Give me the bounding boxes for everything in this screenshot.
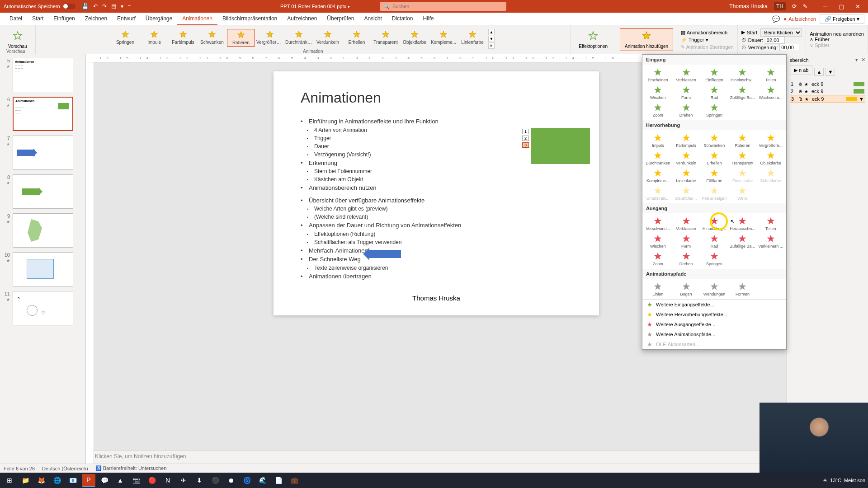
thumb-8[interactable]: 8★ (2, 174, 84, 209)
menu-tab-zeichnen[interactable]: Zeichnen (80, 13, 112, 25)
app8-icon[interactable]: 💼 (288, 474, 301, 487)
anim-effect-einfliegen[interactable]: Einfliegen (700, 66, 728, 84)
gallery-impuls[interactable]: Impuls (140, 29, 168, 46)
onenote-icon[interactable]: N (161, 474, 175, 487)
maximize-icon[interactable]: ▢ (835, 3, 848, 10)
share-button[interactable]: 🔗 Freigeben ▾ (820, 14, 864, 24)
delay-control[interactable]: ⏲ Verzögerung: (741, 44, 799, 51)
anim-effect-linienfarbe[interactable]: Linienfarbe (672, 167, 700, 184)
gallery-schwanken[interactable]: Schwanken (198, 29, 226, 46)
gallery-up-icon[interactable]: ▲ (488, 29, 495, 35)
thumb-10[interactable]: 10★ (2, 252, 84, 286)
preview-button[interactable]: Vorschau (4, 29, 32, 51)
search-input[interactable] (392, 4, 503, 9)
firefox-icon[interactable]: 🦊 (34, 474, 48, 487)
anim-effect-durchtränken[interactable]: Durchtränken (644, 149, 672, 167)
user-badge[interactable]: TH (774, 2, 786, 10)
save-icon[interactable]: 💾 (82, 3, 89, 9)
effect-options-button[interactable]: Effektoptionen (574, 29, 612, 51)
anim-effect-wachsen u[interactable]: Wachsen u... (757, 84, 785, 101)
close-icon[interactable]: ✕ (851, 3, 864, 10)
add-animation-button[interactable]: Animation hinzufügen (620, 28, 673, 51)
gallery-linienfarbe[interactable]: Linienfarbe (458, 29, 486, 46)
anim-pane-close-icon[interactable]: ✕ (861, 57, 865, 62)
duration-control[interactable]: ⏱ Dauer: (741, 37, 785, 44)
anim-effect-drehen[interactable]: Drehen (672, 101, 700, 119)
anim-footer-weitere-ausgangseffekte[interactable]: Weitere Ausgangseffekte... (642, 319, 786, 329)
anim-effect-schwanken[interactable]: Schwanken (700, 131, 728, 149)
autosave-toggle[interactable]: Automatisches Speichern (4, 4, 75, 9)
anim-effect-verschwind[interactable]: Verschwind... (644, 215, 672, 232)
anim-effect-vergrößern[interactable]: Vergrößern... (757, 131, 785, 149)
anim-effect-zufällige ba[interactable]: Zufällige Ba... (728, 84, 756, 101)
chrome-icon[interactable]: 🌐 (50, 474, 64, 487)
anim-effect-verkleinern [interactable]: Verkleinern ... (757, 232, 785, 250)
search-box[interactable]: 🔍 (380, 2, 506, 11)
menu-tab-hilfe[interactable]: Hilfe (418, 13, 439, 25)
anim-effect-formen[interactable]: Formen (728, 280, 756, 298)
notes-area[interactable]: Klicken Sie, um Notizen hinzuzufügen (86, 450, 787, 464)
anim-tag-2[interactable]: 2 (522, 136, 529, 141)
thumb-6[interactable]: 6★Animationen— — —— — —— —— — (2, 97, 84, 131)
anim-pane-item-1[interactable]: 1🖱★eck 9 (790, 80, 865, 88)
earlier-button[interactable]: ∧ Früher (810, 37, 829, 42)
anim-effect-verblassen[interactable]: Verblassen (672, 66, 700, 84)
dropdown-icon[interactable]: ▾ (121, 3, 123, 9)
anim-effect-erscheinen[interactable]: Erscheinen (644, 66, 672, 84)
green-rectangle[interactable] (531, 128, 590, 164)
later-button[interactable]: ∨ Später (810, 42, 829, 48)
language-indicator[interactable]: Deutsch (Österreich) (42, 466, 88, 471)
anim-effect-wendungen[interactable]: Wendungen (700, 280, 728, 298)
menu-tab-dictation[interactable]: Dictation (387, 13, 418, 25)
anim-effect-füllfarbe[interactable]: Füllfarbe (700, 167, 728, 184)
gallery-down-icon[interactable]: ▼ (488, 36, 495, 42)
anim-effect-verblassen[interactable]: Verblassen (672, 215, 700, 232)
blue-arrow[interactable] (368, 250, 401, 258)
present-icon[interactable]: ▤ (111, 3, 116, 9)
anim-effect-wischen[interactable]: Wischen (644, 84, 672, 101)
app5-icon[interactable]: ⏺ (224, 474, 238, 487)
app7-icon[interactable]: 📄 (272, 474, 285, 487)
menu-tab-übergänge[interactable]: Übergänge (141, 13, 177, 25)
anim-effect-form[interactable]: Form (672, 232, 700, 250)
anim-effect-teilen[interactable]: Teilen (757, 215, 785, 232)
filename[interactable]: PPT 01 Roter Faden 004.pptx ▾ (280, 3, 350, 9)
gallery-farbimpuls[interactable]: Farbimpuls (169, 29, 197, 46)
gallery-objektfarbe[interactable]: Objektfarbe (401, 29, 429, 46)
menu-tab-animationen[interactable]: Animationen (177, 13, 217, 25)
app2-icon[interactable]: 📷 (129, 474, 143, 487)
anim-tag-3[interactable]: 3 (522, 142, 529, 148)
app4-icon[interactable]: ⬇ (193, 474, 206, 487)
gallery-erhellen[interactable]: Erhellen (343, 29, 371, 46)
slide-canvas[interactable]: Animationen Einführung in Animationseffe… (274, 71, 599, 315)
anim-effect-kompleme[interactable]: Kompleme... (644, 167, 672, 184)
anim-pane-dropdown-icon[interactable]: ▾ (855, 57, 858, 62)
gallery-kompleme...[interactable]: Kompleme... (429, 29, 458, 46)
anim-effect-verdunkeln[interactable]: Verdunkeln (672, 149, 700, 167)
edge-icon[interactable]: 🌊 (256, 474, 269, 487)
thumb-7[interactable]: 7★ (2, 136, 84, 170)
anim-effect-rad[interactable]: Rad (700, 84, 728, 101)
thumb-11[interactable]: 11★5♡ (2, 291, 84, 325)
anim-painter-button[interactable]: ✎ Animation übertragen (681, 44, 734, 50)
menu-tab-überprüfen[interactable]: Überprüfen (322, 13, 359, 25)
anim-effect-springen[interactable]: Springen (700, 101, 728, 119)
gallery-more-icon[interactable]: ⊽ (488, 42, 495, 49)
slide-title[interactable]: Animationen (301, 89, 572, 106)
anim-tag-1[interactable]: 1 (522, 129, 529, 134)
anim-effect-farbimpuls[interactable]: Farbimpuls (672, 131, 700, 149)
draw-icon[interactable]: ✎ (803, 3, 807, 9)
gallery-verdunkeln[interactable]: Verdunkeln (314, 29, 342, 46)
minimize-icon[interactable]: ─ (818, 3, 832, 10)
anim-footer-weitere-hervorhebungseffekte[interactable]: Weitere Hervorhebungseffekte... (642, 310, 786, 319)
start-button[interactable]: ⊞ (3, 474, 16, 487)
trigger-button[interactable]: ⚡ Trigger ▾ (681, 37, 708, 43)
anim-effect-rad[interactable]: Rad (700, 232, 728, 250)
telegram-icon[interactable]: ✈ (177, 474, 190, 487)
start-control[interactable]: ▶ Start: Beim Klicken (741, 28, 802, 37)
accessibility-check[interactable]: ♿ Barrierefreiheit: Untersuchen (95, 465, 167, 471)
gallery-springen[interactable]: Springen (111, 29, 139, 46)
anim-effect-teilen[interactable]: Teilen (757, 66, 785, 84)
more-icon[interactable]: ⁼ (128, 3, 131, 9)
anim-footer-weitere-eingangseffekte[interactable]: Weitere Eingangseffekte... (642, 300, 786, 310)
